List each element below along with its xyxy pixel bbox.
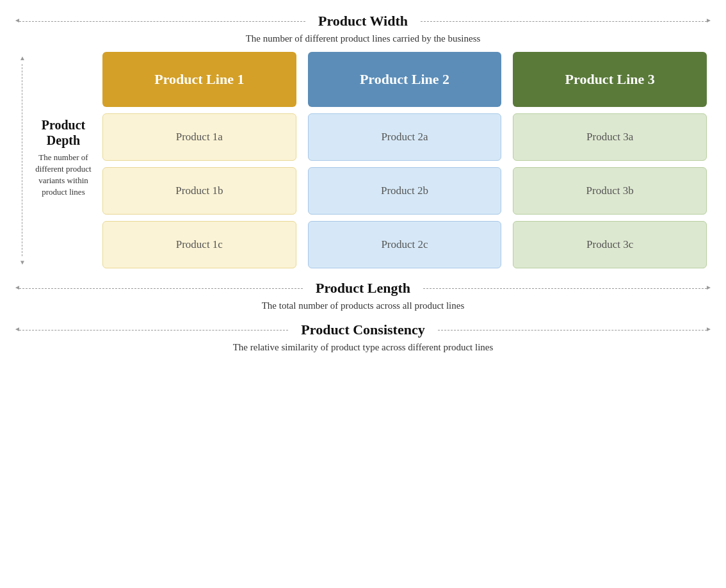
product-item-3-3: Product 3c bbox=[513, 221, 707, 268]
depth-arrow-vertical: ▲ ▼ bbox=[19, 54, 26, 266]
product-item-1-3: Product 1c bbox=[102, 221, 296, 268]
length-arrow-line-right bbox=[423, 288, 707, 289]
depth-wrapper: ▲ ▼ Product Depth The number of differen… bbox=[19, 54, 96, 266]
consistency-arrow-line-left bbox=[19, 330, 288, 331]
diagram-area: ▲ ▼ Product Depth The number of differen… bbox=[19, 52, 707, 268]
line-header-1: Product Line 1 bbox=[102, 52, 296, 107]
product-consistency-subtitle: The relative similarity of product type … bbox=[19, 342, 707, 353]
product-item-3-1: Product 3a bbox=[513, 113, 707, 161]
width-arrow-line-right bbox=[421, 21, 707, 22]
product-depth-subtitle: The number of different product variants… bbox=[31, 152, 96, 199]
product-consistency-section: Product Consistency The relative similar… bbox=[19, 322, 707, 353]
product-length-section: Product Length The total number of produ… bbox=[19, 280, 707, 311]
product-line-col-3: Product Line 3Product 3aProduct 3bProduc… bbox=[513, 52, 707, 268]
depth-text-block: Product Depth The number of different pr… bbox=[31, 117, 96, 199]
product-length-subtitle: The total number of products across all … bbox=[19, 300, 707, 311]
consistency-arrow-line-right bbox=[438, 330, 707, 331]
product-length-arrow: Product Length bbox=[19, 280, 707, 297]
line-header-2: Product Line 2 bbox=[308, 52, 502, 107]
product-line-col-1: Product Line 1Product 1aProduct 1bProduc… bbox=[102, 52, 296, 268]
product-width-section: Product Width The number of different pr… bbox=[19, 13, 707, 44]
product-depth-area: ▲ ▼ Product Depth The number of differen… bbox=[19, 52, 102, 268]
product-lines-grid: Product Line 1Product 1aProduct 1bProduc… bbox=[102, 52, 707, 268]
product-consistency-arrow: Product Consistency bbox=[19, 322, 707, 338]
product-width-title: Product Width bbox=[305, 13, 421, 29]
product-item-1-1: Product 1a bbox=[102, 113, 296, 161]
depth-v-line bbox=[22, 64, 22, 256]
depth-arrow-bottom: ▼ bbox=[19, 259, 26, 266]
length-arrow-line-left bbox=[19, 288, 303, 289]
product-item-2-1: Product 2a bbox=[308, 113, 502, 161]
product-width-arrow: Product Width bbox=[19, 13, 707, 29]
width-arrow-line-left bbox=[19, 21, 305, 22]
product-item-3-2: Product 3b bbox=[513, 167, 707, 215]
product-line-col-2: Product Line 2Product 2aProduct 2bProduc… bbox=[308, 52, 502, 268]
product-item-2-2: Product 2b bbox=[308, 167, 502, 215]
product-width-subtitle: The number of different product lines ca… bbox=[19, 33, 707, 44]
product-consistency-title: Product Consistency bbox=[288, 322, 437, 338]
product-item-1-2: Product 1b bbox=[102, 167, 296, 215]
product-item-2-3: Product 2c bbox=[308, 221, 502, 268]
depth-arrow-top: ▲ bbox=[19, 54, 26, 61]
line-header-3: Product Line 3 bbox=[513, 52, 707, 107]
product-length-title: Product Length bbox=[303, 280, 423, 297]
product-depth-title: Product Depth bbox=[31, 117, 96, 148]
